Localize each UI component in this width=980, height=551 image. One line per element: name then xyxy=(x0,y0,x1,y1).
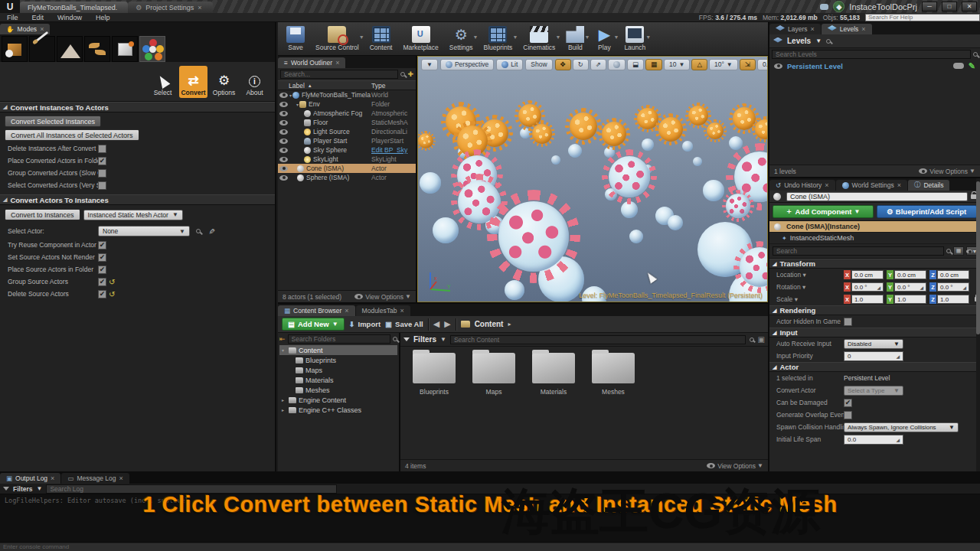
browse-icon[interactable] xyxy=(196,229,201,233)
section-rendering[interactable]: ◢ Rendering xyxy=(769,305,980,315)
document-tab-level[interactable]: FlyMeToonBalls_Timelapsed. xyxy=(20,2,128,13)
checkbox[interactable] xyxy=(98,290,106,298)
back-arrow-icon[interactable]: ◀ xyxy=(433,319,439,329)
location-z-field[interactable]: 0.0 cm xyxy=(937,270,969,279)
folder-tree-row[interactable]: Meshes xyxy=(279,385,397,395)
mode-place-icon[interactable] xyxy=(2,36,28,62)
visibility-eye-icon[interactable] xyxy=(279,148,288,153)
rotation-z-field[interactable]: 0.0 °◢ xyxy=(937,282,969,292)
expand-arrow-icon[interactable]: ▾ xyxy=(289,93,292,98)
component-row-root[interactable]: Cone (ISMA)(Instance) xyxy=(769,221,980,233)
expand-arrow-icon[interactable]: ▸ xyxy=(282,407,286,412)
lit-button[interactable]: Lit xyxy=(496,59,523,70)
section-input[interactable]: ◢ Input xyxy=(769,328,980,337)
outliner-search-input[interactable] xyxy=(280,70,398,79)
folder-tree-row[interactable]: ▾ Content xyxy=(279,345,397,355)
convert-selected-instances-button[interactable]: Convert Selected Instances xyxy=(5,116,101,127)
menu-edit[interactable]: Edit xyxy=(25,14,51,21)
close-icon[interactable]: × xyxy=(119,474,122,482)
close-icon[interactable]: × xyxy=(345,307,348,315)
minimize-button[interactable]: ─ xyxy=(922,2,937,11)
visibility-eye-icon[interactable] xyxy=(279,129,288,135)
toolbar-button[interactable]: Cinematics ▼ xyxy=(518,24,560,54)
save-all-button[interactable]: ▣ Save All xyxy=(385,320,423,328)
collapse-sources-icon[interactable]: ⇤ xyxy=(279,335,286,343)
initial-life-span-field[interactable]: 0.0◢ xyxy=(844,435,903,445)
tab-world-settings[interactable]: World Settings × xyxy=(836,180,907,191)
toolbar-button[interactable]: Content ▼ xyxy=(364,24,398,54)
visibility-eye-icon[interactable] xyxy=(279,111,288,116)
add-component-button[interactable]: ＋ Add Component ▼ xyxy=(773,205,874,218)
show-button[interactable]: Show xyxy=(525,59,552,70)
find-level-icon[interactable] xyxy=(826,39,831,44)
chevron-down-icon[interactable]: ▼ xyxy=(613,34,619,40)
select-actor-dropdown[interactable]: None ▼ xyxy=(98,226,190,236)
close-icon[interactable]: × xyxy=(40,25,44,33)
angle-snap-value[interactable]: 10° ▼ xyxy=(709,59,738,70)
visibility-eye-icon[interactable] xyxy=(279,175,288,181)
close-icon[interactable]: × xyxy=(400,307,403,315)
close-icon[interactable]: × xyxy=(811,25,815,33)
outliner-row[interactable]: Atmospheric Fog Atmospheric xyxy=(278,109,416,118)
grid-snap-button[interactable]: ▦ xyxy=(645,59,662,70)
close-icon[interactable]: × xyxy=(897,181,901,189)
mode-landscape-icon[interactable] xyxy=(57,36,83,62)
outliner-row[interactable]: Sphere (ISMA) Actor xyxy=(278,173,416,182)
outliner-row[interactable]: Player Start PlayerStart xyxy=(278,136,416,145)
outliner-row[interactable]: ▾ Env Folder xyxy=(278,99,416,109)
input-priority-field[interactable]: 0◢ xyxy=(844,351,903,361)
expand-arrow-icon[interactable]: ▾ xyxy=(296,102,299,107)
toolbar-button[interactable]: Source Control ▼ xyxy=(310,24,364,54)
mode-foliage-icon[interactable] xyxy=(84,36,110,62)
scale-tool-button[interactable]: ⇗ xyxy=(590,59,606,70)
tab-modes[interactable]: ✋ Modes × xyxy=(0,24,50,34)
chevron-down-icon[interactable]: ▼ xyxy=(584,34,590,40)
forward-arrow-icon[interactable]: ▶ xyxy=(444,319,450,329)
location-y-field[interactable]: 0.0 cm xyxy=(894,270,926,279)
section-convert-instances-to-actors[interactable]: ◢ Convert Instances To Actors xyxy=(0,102,275,112)
scale-y-field[interactable]: 1.0 xyxy=(894,295,926,304)
outliner-row[interactable]: ▾ FlyMeToonBalls_Timela World xyxy=(278,90,416,99)
blueprint-add-script-button[interactable]: ⚙ Blueprint/Add Script xyxy=(877,205,978,218)
checkbox[interactable] xyxy=(98,169,106,178)
perspective-button[interactable]: Perspective xyxy=(440,59,494,70)
toolbar-button[interactable]: Marketplace ▼ xyxy=(397,24,443,54)
save-search-icon[interactable]: ▣ xyxy=(758,335,765,344)
tab-content-browser[interactable]: ▦ Content Browser × xyxy=(278,305,355,316)
section-transform[interactable]: ◢ Transform xyxy=(769,259,980,269)
help-search-input[interactable] xyxy=(865,14,980,21)
toolbar-button[interactable]: Build ▼ xyxy=(560,24,590,54)
menu-help[interactable]: Help xyxy=(89,14,117,21)
chevron-down-icon[interactable]: ▼ xyxy=(512,34,518,40)
close-icon[interactable]: × xyxy=(51,474,54,482)
tab-modules[interactable]: ModulesTab × xyxy=(356,305,410,316)
chevron-right-icon[interactable]: ▸ xyxy=(508,321,511,328)
tool-convert-button[interactable]: ⇄ Convert xyxy=(179,66,207,98)
convert-to-instances-button[interactable]: Convert to Instances xyxy=(5,209,80,220)
visibility-eye-icon[interactable] xyxy=(279,166,288,171)
chevron-down-icon[interactable]: ▼ xyxy=(473,34,479,40)
property-matrix-icon[interactable]: ▦ xyxy=(953,246,964,256)
checkbox[interactable] xyxy=(98,181,106,190)
tool-select-button[interactable]: Select xyxy=(149,66,177,98)
toolbar-button[interactable]: Launch ▼ xyxy=(619,24,651,54)
checkbox[interactable] xyxy=(98,253,106,262)
outliner-row[interactable]: SkyLight SkyLight xyxy=(278,155,416,164)
expand-arrow-icon[interactable]: ▾ xyxy=(282,347,286,353)
location-label[interactable]: Location ▾ xyxy=(776,271,844,279)
levels-view-options[interactable]: View Options xyxy=(929,168,968,175)
folder-tree-row[interactable]: Maps xyxy=(279,365,397,375)
tab-layers[interactable]: Layers × xyxy=(769,24,821,34)
search-folders-input[interactable] xyxy=(288,334,390,344)
visibility-eye-icon[interactable] xyxy=(279,102,288,107)
expand-arrow-icon[interactable]: ▸ xyxy=(282,397,286,403)
outliner-row[interactable]: Cone (ISMA) Actor xyxy=(278,164,416,173)
asset-folder[interactable]: Materials xyxy=(529,353,578,396)
generate-overlap-checkbox[interactable] xyxy=(844,411,852,419)
checkbox[interactable] xyxy=(98,157,106,165)
mode-instance-tool-icon[interactable] xyxy=(139,36,165,62)
close-icon[interactable]: × xyxy=(861,25,865,33)
menu-window[interactable]: Window xyxy=(51,14,89,21)
menu-file[interactable]: File xyxy=(0,14,25,21)
scale-snap-value[interactable]: 0.25 ▼ xyxy=(757,59,768,70)
